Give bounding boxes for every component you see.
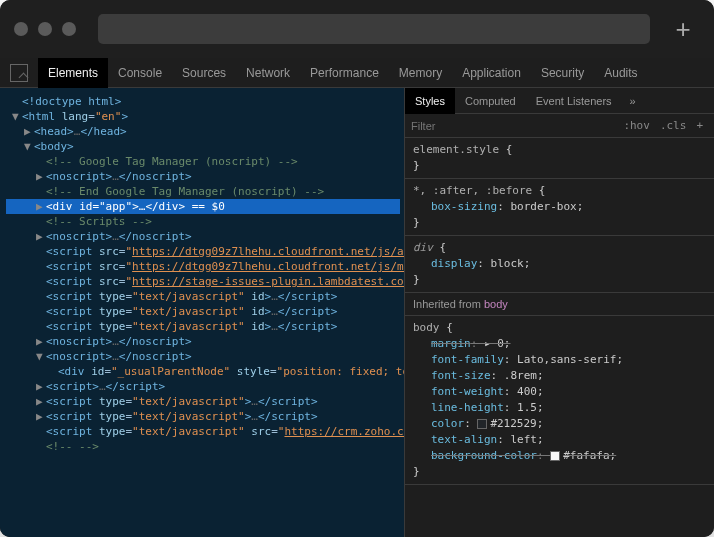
dom-line[interactable]: ▶<script type="text/javascript">…</scrip… [6, 409, 400, 424]
dom-tree[interactable]: <!doctype html>▼<html lang="en">▶<head>…… [0, 88, 404, 537]
styles-pane[interactable]: element.style {}*, :after, :before {box-… [405, 138, 714, 537]
titlebar: + [0, 0, 714, 58]
dom-line[interactable]: ▶<noscript>…</noscript> [6, 229, 400, 244]
dom-line[interactable]: ▶<script>…</script> [6, 379, 400, 394]
window-controls [14, 22, 76, 36]
dom-line[interactable]: ▶<div id="app">…</div> == $0 [6, 199, 400, 214]
hov-toggle[interactable]: :hov [618, 119, 655, 132]
inspect-icon[interactable] [10, 64, 28, 82]
styles-subtabs: StylesComputedEvent Listeners » [405, 88, 714, 114]
devtools-panels: <!doctype html>▼<html lang="en">▶<head>…… [0, 88, 714, 537]
filter-input[interactable] [411, 120, 618, 132]
dom-line[interactable]: <script src="https://dtgg09z7lhehu.cloud… [6, 244, 400, 259]
devtools-tabbar: ElementsConsoleSourcesNetworkPerformance… [0, 58, 714, 88]
tab-audits[interactable]: Audits [594, 58, 647, 88]
more-tabs-icon[interactable]: » [622, 95, 644, 107]
dom-line[interactable]: ▶<noscript>…</noscript> [6, 169, 400, 184]
tab-security[interactable]: Security [531, 58, 594, 88]
tab-memory[interactable]: Memory [389, 58, 452, 88]
maximize-dot[interactable] [62, 22, 76, 36]
dom-line[interactable]: <script type="text/javascript" id>…</scr… [6, 304, 400, 319]
dom-line[interactable]: <script src="https://dtgg09z7lhehu.cloud… [6, 259, 400, 274]
css-rule[interactable]: *, :after, :before {box-sizing: border-b… [405, 179, 714, 236]
dom-line[interactable]: <!-- Scripts --> [6, 214, 400, 229]
new-rule-button[interactable]: + [691, 119, 708, 132]
dom-line[interactable]: <!-- Google Tag Manager (noscript) --> [6, 154, 400, 169]
dom-line[interactable]: <script type="text/javascript" id>…</scr… [6, 319, 400, 334]
dom-line[interactable]: ▼<html lang="en"> [6, 109, 400, 124]
dom-line[interactable]: <!-- --> [6, 439, 400, 454]
subtab-computed[interactable]: Computed [455, 88, 526, 114]
subtab-styles[interactable]: Styles [405, 88, 455, 114]
devtools: ElementsConsoleSourcesNetworkPerformance… [0, 58, 714, 537]
tab-console[interactable]: Console [108, 58, 172, 88]
css-rule[interactable]: element.style {} [405, 138, 714, 179]
dom-line[interactable]: ▶<script type="text/javascript">…</scrip… [6, 394, 400, 409]
close-dot[interactable] [14, 22, 28, 36]
dom-line[interactable]: <div id="_usualParentNode" style="positi… [6, 364, 400, 379]
tab-sources[interactable]: Sources [172, 58, 236, 88]
new-tab-button[interactable]: + [672, 18, 694, 40]
dom-line[interactable]: <script type="text/javascript" id>…</scr… [6, 289, 400, 304]
dom-line[interactable]: <!doctype html> [6, 94, 400, 109]
dom-line[interactable]: <script src="https://stage-issues-plugin… [6, 274, 400, 289]
filter-row: :hov .cls + [405, 114, 714, 138]
tab-network[interactable]: Network [236, 58, 300, 88]
inherit-divider: Inherited from body [405, 293, 714, 316]
dom-line[interactable]: ▼<body> [6, 139, 400, 154]
subtab-event-listeners[interactable]: Event Listeners [526, 88, 622, 114]
minimize-dot[interactable] [38, 22, 52, 36]
css-rule[interactable]: body {margin: ▸ 0;font-family: Lato,sans… [405, 316, 714, 485]
dom-line[interactable]: ▼<noscript>…</noscript> [6, 349, 400, 364]
tab-elements[interactable]: Elements [38, 58, 108, 88]
css-rule[interactable]: div {display: block;} [405, 236, 714, 293]
dom-line[interactable]: ▶<noscript>…</noscript> [6, 334, 400, 349]
tab-performance[interactable]: Performance [300, 58, 389, 88]
cls-toggle[interactable]: .cls [655, 119, 692, 132]
dom-line[interactable]: <script type="text/javascript" src="http… [6, 424, 400, 439]
url-bar[interactable] [98, 14, 650, 44]
dom-line[interactable]: <!-- End Google Tag Manager (noscript) -… [6, 184, 400, 199]
browser-window: + ElementsConsoleSourcesNetworkPerforman… [0, 0, 714, 537]
tab-application[interactable]: Application [452, 58, 531, 88]
dom-line[interactable]: ▶<head>…</head> [6, 124, 400, 139]
styles-sidebar: StylesComputedEvent Listeners » :hov .cl… [404, 88, 714, 537]
